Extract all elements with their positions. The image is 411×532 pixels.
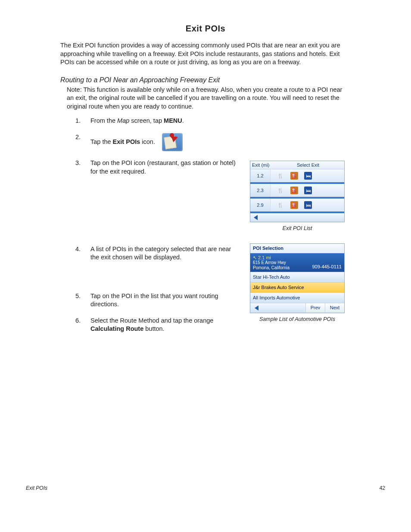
calculating-route-label: Calculating Route <box>90 325 143 332</box>
back-button[interactable] <box>250 303 262 313</box>
step-5: Tap on the POI in the list that you want… <box>75 292 237 309</box>
restaurant-icon[interactable]: 🍴 <box>277 172 284 180</box>
poi-info-panel: 2.1 mi 615 E Arrow Hwy Pomona, Californi… <box>250 253 344 272</box>
hotel-icon[interactable]: 🛏 <box>304 201 312 209</box>
back-icon <box>255 305 258 311</box>
poi-selection-figure: POI Selection 2.1 mi 615 E Arrow Hwy Pom… <box>250 243 345 323</box>
figure-caption: Exit POI List <box>250 225 345 232</box>
note-paragraph: Note: This function is available only wh… <box>67 86 351 111</box>
map-screen-ref: Map <box>117 117 129 124</box>
gas-icon[interactable]: ⛽ <box>290 187 298 194</box>
poi-phone: 909-445-0111 <box>312 264 342 270</box>
step-4: A list of POIs in the category selected … <box>75 245 385 323</box>
exit-header-left: Exit (mi) <box>250 161 272 169</box>
footer-section: Exit POIs <box>26 485 47 491</box>
section-heading: Routing to a POI Near an Approaching Fre… <box>60 76 385 84</box>
exit-poi-list-figure: Exit (mi) Select Exit 1.2 🍴 ⛽ 🛏 <box>250 161 345 232</box>
step-1: From the Map screen, tap MENU. <box>75 117 385 125</box>
exit-row[interactable]: 2.3 🍴 ⛽ 🛏 <box>250 184 344 199</box>
prev-button[interactable]: Prev <box>305 303 325 313</box>
exit-pois-icon <box>162 133 183 151</box>
next-button[interactable]: Next <box>325 303 344 313</box>
intro-paragraph: The Exit POI function provides a way of … <box>60 41 351 67</box>
exit-header-right: Select Exit <box>272 161 344 169</box>
poi-list-item[interactable]: Star Hi-Tech Auto <box>250 272 344 282</box>
page-number: 42 <box>380 485 385 491</box>
poi-distance: 2.1 mi <box>253 255 290 261</box>
exit-row[interactable]: 1.2 🍴 ⛽ 🛏 <box>250 169 344 184</box>
exit-row[interactable]: 2.9 🍴 ⛽ 🛏 <box>250 199 344 212</box>
exit-distance: 1.2 <box>250 169 271 182</box>
poi-list-item-selected[interactable]: J&r Brakes Auto Service <box>250 282 344 292</box>
restaurant-icon[interactable]: 🍴 <box>277 201 284 209</box>
step-text: Tap on the POI icon (restaurant, gas sta… <box>90 159 236 175</box>
poi-selection-title: POI Selection <box>250 244 344 253</box>
gas-icon[interactable]: ⛽ <box>290 201 298 209</box>
restaurant-icon[interactable]: 🍴 <box>277 187 284 194</box>
step-text: From the <box>90 117 117 124</box>
step-3: Tap on the POI icon (restaurant, gas sta… <box>75 159 385 232</box>
menu-label: MENU <box>164 117 182 124</box>
hotel-icon[interactable]: 🛏 <box>304 172 312 180</box>
page-title: Exit POIs <box>26 24 385 34</box>
exit-distance: 2.9 <box>250 199 271 212</box>
poi-list-item[interactable]: All Imports Automotive <box>250 292 344 303</box>
step-text: Tap on the POI in the list that you want… <box>90 292 218 308</box>
step-6: Select the Route Method and tap the oran… <box>75 317 237 333</box>
poi-address-line1: 615 E Arrow Hwy <box>253 260 290 265</box>
gas-icon[interactable]: ⛽ <box>290 172 298 180</box>
step-2: Tap the Exit POIs icon. <box>75 133 385 151</box>
step-text: A list of POIs in the category selected … <box>90 246 231 261</box>
exit-pois-label: Exit POIs <box>113 138 140 145</box>
poi-address-line2: Pomona, California <box>253 265 290 271</box>
hotel-icon[interactable]: 🛏 <box>304 187 312 194</box>
figure-caption: Sample List of Automotive POIs <box>250 316 345 323</box>
exit-distance: 2.3 <box>250 184 271 197</box>
back-icon[interactable] <box>254 215 258 220</box>
